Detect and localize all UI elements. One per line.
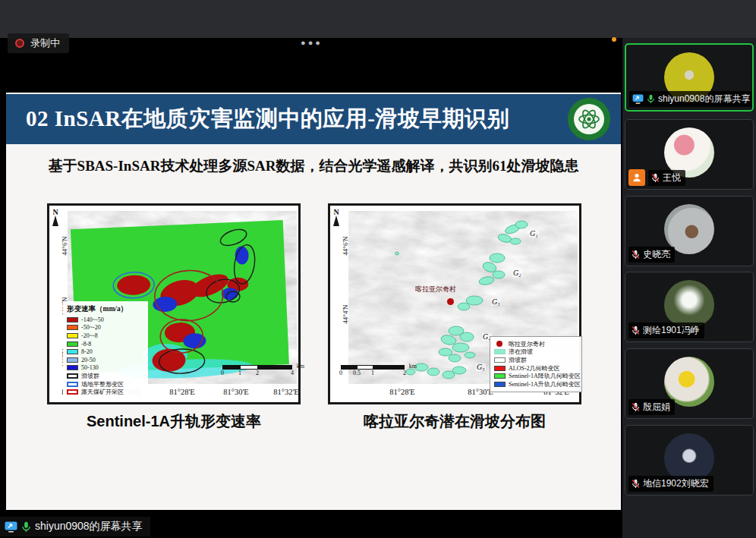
slide-title: 02 InSAR在地质灾害监测中的应用-滑坡早期识别 xyxy=(6,104,509,134)
legend-swatch xyxy=(67,373,78,379)
group-label: G₁ xyxy=(529,230,539,238)
mic-muted-icon xyxy=(632,402,640,412)
legend-item: -140~-50 xyxy=(67,316,144,324)
village-marker xyxy=(447,298,454,305)
legend-item: 20-50 xyxy=(67,356,144,364)
legend-swatch xyxy=(67,317,78,322)
participant-name: shiyun0908的屏幕共享 xyxy=(658,93,750,105)
legend-swatch xyxy=(67,341,78,347)
legend-swatch xyxy=(67,333,78,338)
scalebar-tick: 0.5 xyxy=(353,370,361,376)
mic-on-icon xyxy=(21,521,31,533)
scalebar-segment xyxy=(241,366,258,369)
legend-swatch xyxy=(494,349,506,354)
member-badge-icon xyxy=(628,169,645,186)
participant-tile[interactable]: 测绘1901冯峥 xyxy=(625,272,754,342)
legend-swatch xyxy=(494,382,506,387)
left-map-legend: 形变速率（mm/a） -140~-50 -50~-20 -20~-8 -8-8 … xyxy=(63,301,148,399)
scalebar-unit: km xyxy=(409,363,417,370)
right-map-figure: N 44°6'N 44°4'N 81°28'E 81°30'E 81°32'E … xyxy=(328,203,581,404)
legend-title: 形变速率（mm/a） xyxy=(67,304,144,314)
north-arrow-icon: N xyxy=(333,209,339,226)
screen-share-label: shiyun0908的屏幕共享 xyxy=(0,517,150,536)
scalebar-unit: km xyxy=(297,363,304,370)
legend-item: 喀拉亚尔奇村 xyxy=(494,340,578,348)
left-map-caption: Sentinel-1A升轨形变速率 xyxy=(47,411,301,432)
recording-badge: 录制中 xyxy=(8,33,69,53)
legend-item: Sentinel-1A降轨几何畸变区 xyxy=(494,372,578,380)
village-label: 喀拉亚尔奇村 xyxy=(415,285,456,294)
legend-item: 滑坡群 xyxy=(494,356,578,364)
scalebar-tick: 2 xyxy=(256,370,259,376)
group-label: G₂ xyxy=(512,269,522,277)
participant-label: 殷屈娟 xyxy=(628,399,675,415)
participant-tile[interactable]: 王悦 xyxy=(625,119,754,190)
participants-sidebar[interactable]: shiyun0908的屏幕共享 王悦 史晓亮 xyxy=(622,38,756,538)
scalebar-tick: 0 xyxy=(339,370,342,376)
legend-item: 50-130 xyxy=(67,364,144,373)
meeting-window: 录制中 ●●● 02 InSAR在地质灾害监测中的应用-滑坡早期识别 xyxy=(0,0,756,538)
scalebar-labels: 0 1 2 4 xyxy=(222,370,292,376)
legend-item: -8-8 xyxy=(67,340,144,348)
legend-item: -50~-20 xyxy=(67,324,144,332)
participant-label: 史晓亮 xyxy=(628,247,675,263)
scalebar-tick: 2 xyxy=(403,370,406,376)
legend-swatch xyxy=(494,357,506,363)
right-map-scalebar: km 0 0.5 1 2 xyxy=(341,365,405,376)
slide-title-bar: 02 InSAR在地质灾害监测中的应用-滑坡早期识别 xyxy=(6,94,621,144)
participant-name: 地信1902刘晓宏 xyxy=(643,477,709,490)
mic-muted-icon xyxy=(632,479,640,489)
participant-tile[interactable]: 地信1902刘晓宏 xyxy=(625,425,754,496)
legend-swatch xyxy=(494,366,506,371)
right-map-caption: 喀拉亚尔奇潜在滑坡分布图 xyxy=(328,411,581,432)
right-map-legend: 喀拉亚尔奇村 潜在滑坡 滑坡群 ALOS-2几何畸变区 Sentinel-1A降… xyxy=(490,336,582,392)
north-label: N xyxy=(333,209,339,216)
university-logo-center xyxy=(574,104,604,134)
slide-subtitle: 基于SBAS-InSAR技术处理多源SAR数据，结合光学遥感解译，共识别61处滑… xyxy=(6,156,621,176)
y-axis-tick: 44°6'N xyxy=(342,231,349,260)
scalebar-segment xyxy=(257,366,291,369)
participant-name: 测绘1901冯峥 xyxy=(643,324,700,337)
legend-swatch xyxy=(67,349,78,354)
more-options-handle[interactable]: ●●● xyxy=(301,38,323,47)
left-map-figure: N 44°6'N 44°4'N 44°2'N 81°24'E 81°26'E 8… xyxy=(47,203,301,404)
scalebar-segment xyxy=(223,366,241,369)
participant-name: 殷屈娟 xyxy=(643,401,670,414)
legend-swatch xyxy=(67,389,78,395)
screen-share-icon xyxy=(632,94,644,104)
window-top-bar[interactable] xyxy=(0,0,756,38)
recording-icon xyxy=(15,39,24,48)
legend-swatch xyxy=(67,365,78,370)
participant-label: 地信1902刘晓宏 xyxy=(628,476,713,492)
legend-item: 露天煤矿开采区 xyxy=(67,388,144,396)
scalebar-segment xyxy=(358,366,373,369)
participant-label: shiyun0908的屏幕共享 xyxy=(629,91,754,107)
mic-on-icon xyxy=(647,94,655,104)
participant-tile[interactable]: 殷屈娟 xyxy=(625,348,754,419)
legend-item: ALOS-2几何畸变区 xyxy=(494,364,578,373)
legend-item: 滑坡群 xyxy=(67,372,144,380)
legend-item: 潜在滑坡 xyxy=(494,348,578,357)
left-map-scalebar: km 0 1 2 4 xyxy=(222,365,292,376)
x-axis-tick: 81°28'E xyxy=(169,388,195,396)
participant-tile[interactable]: shiyun0908的屏幕共享 xyxy=(625,43,754,112)
legend-item: 场地平整形变区 xyxy=(67,380,144,389)
north-arrow-triangle xyxy=(52,216,58,226)
university-logo-icon xyxy=(568,98,610,140)
mic-muted-icon xyxy=(651,173,660,183)
y-axis-tick: 44°6'N xyxy=(61,231,68,260)
participant-name: 王悦 xyxy=(663,171,681,184)
north-arrow-icon: N xyxy=(52,209,58,226)
x-axis-tick: 81°28'E xyxy=(389,388,415,396)
north-label: N xyxy=(52,209,58,216)
y-axis-tick: 44°4'N xyxy=(342,300,349,329)
scalebar-tick: 4 xyxy=(291,370,294,376)
participant-label: 测绘1901冯峥 xyxy=(628,322,704,338)
north-arrow-triangle xyxy=(333,216,339,226)
legend-item: Sentinel-1A升轨几何畸变区 xyxy=(494,380,578,389)
legend-swatch xyxy=(67,357,78,363)
presentation-slide: 02 InSAR在地质灾害监测中的应用-滑坡早期识别 基于SBAS-InSAR技… xyxy=(6,93,621,510)
scalebar-segment xyxy=(342,366,358,369)
legend-swatch xyxy=(67,382,78,387)
participant-tile[interactable]: 史晓亮 xyxy=(625,196,754,266)
